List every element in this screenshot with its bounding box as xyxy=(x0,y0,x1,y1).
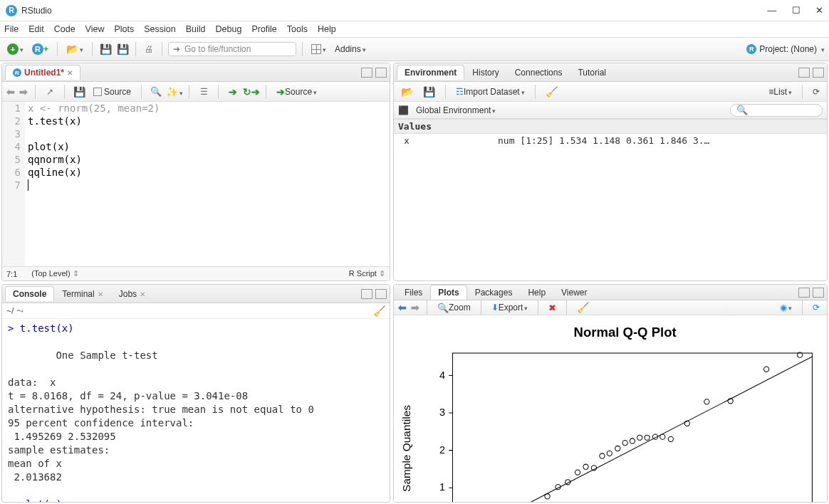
svg-point-33 xyxy=(583,464,588,469)
save-source-button[interactable]: 💾 xyxy=(72,85,86,99)
window-title: RStudio xyxy=(21,6,754,16)
refresh-env-icon[interactable]: ⟳ xyxy=(810,85,823,98)
menu-tools[interactable]: Tools xyxy=(287,24,308,34)
project-menu[interactable]: R Project: (None) xyxy=(746,44,825,54)
close-button[interactable]: ✕ xyxy=(815,5,823,16)
addins-button[interactable]: Addins xyxy=(332,43,369,56)
prev-plot-icon[interactable]: ⬅ xyxy=(398,302,407,313)
tab-console[interactable]: Console xyxy=(5,286,54,301)
save-all-button[interactable]: 💾 xyxy=(115,42,130,56)
svg-point-43 xyxy=(660,434,665,439)
tab-history[interactable]: History xyxy=(464,65,506,80)
tab-help[interactable]: Help xyxy=(520,285,553,300)
run-icon[interactable]: ➔ xyxy=(226,85,240,99)
console-pane: Console Terminal ✕ Jobs ✕ ~/ ⤳ 🧹 > t.tes… xyxy=(1,284,390,503)
env-row[interactable]: xnum [1:25] 1.534 1.148 0.361 1.846 3.… xyxy=(394,134,827,147)
tab-packages[interactable]: Packages xyxy=(467,285,521,300)
code-tools-icon[interactable]: ✨ xyxy=(167,85,182,99)
nav-fwd-icon[interactable]: ➡ xyxy=(19,86,28,98)
env-toolbar: 📂 💾 ☶ Import Dataset 🧹 ≡ List ⟳ xyxy=(394,82,827,102)
panes-button[interactable] xyxy=(308,43,329,56)
rerun-icon[interactable]: ↻➔ xyxy=(244,85,259,99)
nav-back-icon[interactable]: ⬅ xyxy=(6,86,15,98)
menu-help[interactable]: Help xyxy=(318,24,336,34)
goto-file-input[interactable]: ➔ Go to file/function xyxy=(168,42,296,56)
source-on-save-check[interactable]: Source xyxy=(90,85,134,98)
env-scope-bar: ⬛ Global Environment 🔍 xyxy=(394,102,827,119)
load-workspace-icon[interactable]: 📂 xyxy=(398,85,416,99)
env-view-mode[interactable]: ≡ List xyxy=(766,85,795,98)
plot-area: Normal Q-Q Plot-2-101201234Theoretical Q… xyxy=(394,315,827,503)
next-plot-icon[interactable]: ➡ xyxy=(411,302,419,313)
menu-build[interactable]: Build xyxy=(186,24,206,34)
menu-code[interactable]: Code xyxy=(54,24,75,34)
maximize-pane-icon[interactable] xyxy=(375,68,387,78)
publish-icon[interactable]: ◉ xyxy=(777,301,795,314)
menu-file[interactable]: File xyxy=(4,24,19,34)
maximize-pane-icon[interactable] xyxy=(375,289,387,299)
source-pane-controls xyxy=(361,68,387,78)
plots-pane: Files Plots Packages Help Viewer ⬅ ➡ 🔍 Z… xyxy=(393,284,828,503)
svg-text:1: 1 xyxy=(439,481,445,493)
maximize-pane-icon[interactable] xyxy=(813,288,824,298)
zoom-button[interactable]: 🔍 Zoom xyxy=(434,301,474,315)
svg-point-44 xyxy=(668,436,673,441)
scope-selector[interactable]: (Top Level) ⇕ xyxy=(31,269,78,278)
svg-point-41 xyxy=(645,435,650,440)
save-button[interactable]: 💾 xyxy=(98,42,113,56)
window-titlebar: R RStudio — ☐ ✕ xyxy=(0,0,829,21)
new-project-button[interactable]: R+ xyxy=(29,42,51,56)
clear-plots-icon[interactable]: 🧹 xyxy=(574,300,592,315)
window-controls: — ☐ ✕ xyxy=(754,5,823,16)
import-dataset-button[interactable]: ☶ Import Dataset xyxy=(453,85,528,98)
svg-point-38 xyxy=(622,440,627,445)
tab-plots[interactable]: Plots xyxy=(430,285,466,300)
editor-area[interactable]: 1 2 3 4 5 6 7 x <- rnorm(25, mean=2) t.t… xyxy=(2,102,390,266)
tab-environment[interactable]: Environment xyxy=(397,65,464,80)
minimize-pane-icon[interactable] xyxy=(361,68,372,78)
export-button[interactable]: ⬇ Export xyxy=(489,301,531,314)
minimize-pane-icon[interactable] xyxy=(361,289,372,299)
language-selector[interactable]: R Script ⇕ xyxy=(349,269,385,278)
remove-plot-icon[interactable]: ✖ xyxy=(546,301,559,315)
tab-tutorial[interactable]: Tutorial xyxy=(570,65,614,80)
maximize-pane-icon[interactable] xyxy=(813,68,824,78)
source-button[interactable]: ➔ Source xyxy=(273,85,320,99)
env-scope-selector[interactable]: Global Environment xyxy=(413,104,499,117)
svg-point-37 xyxy=(615,446,620,451)
tab-jobs[interactable]: Jobs ✕ xyxy=(111,286,153,301)
find-icon[interactable]: 🔍 xyxy=(149,85,163,99)
env-search-input[interactable]: 🔍 xyxy=(730,104,823,117)
menu-profile[interactable]: Profile xyxy=(251,24,276,34)
menu-view[interactable]: View xyxy=(85,24,105,34)
r-file-icon: R xyxy=(13,68,21,77)
menu-debug[interactable]: Debug xyxy=(216,24,242,34)
tab-viewer[interactable]: Viewer xyxy=(553,285,595,300)
minimize-button[interactable]: — xyxy=(767,5,776,16)
menu-edit[interactable]: Edit xyxy=(28,24,44,34)
compile-report-icon[interactable]: ☰ xyxy=(197,85,211,99)
tab-files[interactable]: Files xyxy=(397,285,430,300)
source-toolbar: ⬅ ➡ ↗ 💾 Source 🔍 ✨ ☰ ➔ ↻➔ ➔ Source xyxy=(2,82,390,102)
tab-connections[interactable]: Connections xyxy=(507,65,570,80)
svg-point-39 xyxy=(630,439,635,443)
minimize-pane-icon[interactable] xyxy=(798,68,810,78)
env-scope-icon: ⬛ xyxy=(398,105,409,115)
show-in-new-window-button[interactable]: ↗ xyxy=(43,85,57,99)
clear-console-icon[interactable]: 🧹 xyxy=(373,305,385,317)
maximize-button[interactable]: ☐ xyxy=(792,5,801,16)
open-file-button[interactable]: 📂 xyxy=(63,42,86,56)
clear-env-icon[interactable]: 🧹 xyxy=(543,85,561,99)
print-button[interactable]: 🖨 xyxy=(142,42,156,56)
menu-plots[interactable]: Plots xyxy=(114,24,134,34)
new-file-button[interactable]: + xyxy=(4,42,26,56)
refresh-plot-icon[interactable]: ⟳ xyxy=(810,301,823,314)
tab-terminal[interactable]: Terminal ✕ xyxy=(54,286,110,301)
close-tab-icon[interactable]: ✕ xyxy=(67,69,73,77)
minimize-pane-icon[interactable] xyxy=(798,288,810,298)
save-workspace-icon[interactable]: 💾 xyxy=(420,85,438,99)
svg-point-36 xyxy=(607,451,612,456)
source-tab-untitled[interactable]: R Untitled1* ✕ xyxy=(5,65,80,80)
menu-session[interactable]: Session xyxy=(144,24,175,34)
console-output[interactable]: > t.test(x) One Sample t-test data: x t … xyxy=(2,319,390,502)
